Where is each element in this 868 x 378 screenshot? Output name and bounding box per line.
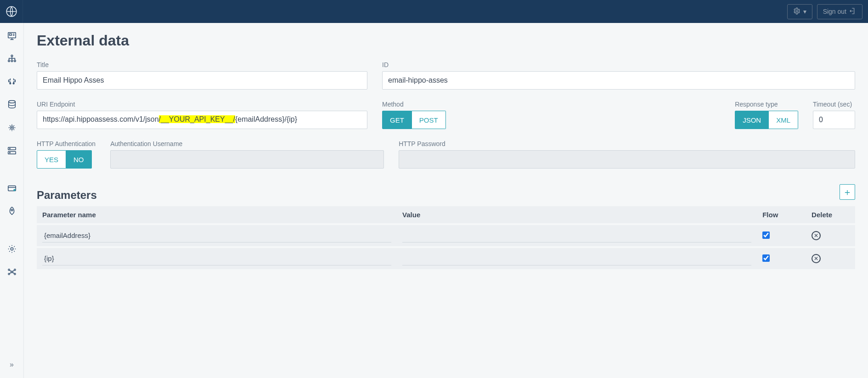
svg-point-21 (11, 271, 13, 273)
auth-user-input (110, 150, 384, 169)
title-label: Title (37, 61, 367, 68)
auth-no-button[interactable]: NO (66, 150, 92, 169)
params-table: Parameter name Value Flow Delete ✕ (37, 206, 855, 269)
svg-point-12 (11, 127, 12, 128)
delete-icon[interactable]: ✕ (812, 231, 821, 240)
sidebar-item-flows[interactable] (5, 51, 19, 66)
resp-xml-button[interactable]: XML (769, 111, 798, 129)
sidebar-item-integrations[interactable] (5, 74, 19, 89)
svg-point-6 (11, 60, 13, 62)
main-layout: » External data Title ID URI Endpoint ht… (0, 23, 868, 378)
col-name: Parameter name (37, 206, 397, 224)
plus-icon: ＋ (843, 186, 852, 198)
sidebar: » (0, 23, 24, 378)
uri-label: URI Endpoint (37, 101, 367, 108)
auth-label: HTTP Authentication (37, 140, 96, 147)
svg-rect-3 (9, 34, 11, 35)
param-value-input[interactable] (402, 252, 751, 265)
param-flow-checkbox[interactable] (762, 231, 770, 239)
svg-point-9 (13, 83, 14, 84)
row-endpoint: URI Endpoint https://api.hippoassess.com… (37, 101, 855, 129)
topbar-right: ▾ Sign out (787, 4, 862, 19)
topbar-left (6, 0, 23, 23)
pass-label: HTTP Password (399, 140, 855, 147)
chevron-down-icon: ▾ (803, 8, 806, 15)
resp-toggle: JSON XML (735, 111, 798, 129)
sidebar-item-database[interactable] (5, 97, 19, 112)
group-pass: HTTP Password (399, 140, 855, 169)
group-auth: HTTP Authentication YES NO (37, 140, 96, 169)
uri-suffix: {emailAddress}/{ip} (235, 115, 297, 123)
group-title: Title (37, 61, 367, 90)
method-post-button[interactable]: POST (412, 111, 446, 129)
row-auth: HTTP Authentication YES NO Authenticatio… (37, 140, 855, 169)
sidebar-item-settings[interactable] (5, 242, 19, 256)
resp-json-button[interactable]: JSON (735, 111, 769, 129)
method-get-button[interactable]: GET (382, 111, 412, 129)
content: External data Title ID URI Endpoint http… (24, 23, 868, 378)
table-row: ✕ (37, 247, 855, 269)
param-value-input[interactable] (402, 229, 751, 243)
svg-point-18 (13, 189, 16, 191)
pass-input (399, 150, 855, 169)
id-label: ID (382, 61, 855, 68)
col-delete: Delete (806, 206, 855, 224)
add-parameter-button[interactable]: ＋ (840, 184, 855, 200)
signout-button[interactable]: Sign out (817, 4, 862, 19)
svg-point-7 (14, 60, 16, 62)
svg-point-20 (11, 248, 13, 250)
sidebar-item-billing[interactable] (5, 181, 19, 196)
uri-input[interactable]: https://api.hippoassess.com/v1/json/__YO… (37, 111, 367, 129)
sidebar-item-dashboard[interactable] (5, 28, 19, 43)
svg-point-19 (11, 209, 13, 211)
auth-user-label: Authentication Username (110, 140, 384, 147)
uri-prefix: https://api.hippoassess.com/v1/json (43, 115, 159, 123)
settings-button[interactable]: ▾ (787, 4, 812, 19)
col-flow: Flow (757, 206, 806, 224)
group-timeout: Timeout (sec) (813, 101, 855, 129)
svg-point-1 (796, 10, 798, 12)
auth-yes-button[interactable]: YES (37, 150, 66, 169)
table-row: ✕ (37, 224, 855, 247)
group-uri: URI Endpoint https://api.hippoassess.com… (37, 101, 367, 129)
row-title-id: Title ID (37, 61, 855, 90)
group-resp: Response type JSON XML (735, 101, 798, 129)
sidebar-item-servers[interactable] (5, 143, 19, 158)
param-name-input[interactable] (42, 252, 391, 265)
sidebar-item-network[interactable] (5, 265, 19, 279)
svg-point-16 (9, 152, 10, 153)
timeout-label: Timeout (sec) (813, 101, 855, 108)
svg-point-15 (9, 148, 10, 149)
topbar: ▾ Sign out (0, 0, 868, 23)
sidebar-item-ai[interactable] (5, 120, 19, 135)
signout-label: Sign out (823, 8, 846, 15)
params-header-row: Parameter name Value Flow Delete (37, 206, 855, 224)
sidebar-item-launch[interactable] (5, 204, 19, 219)
params-title: Parameters (37, 189, 97, 202)
svg-point-8 (9, 83, 11, 84)
col-value: Value (397, 206, 757, 224)
delete-icon[interactable]: ✕ (812, 254, 821, 263)
params-header: Parameters ＋ (37, 180, 855, 204)
svg-point-4 (11, 55, 13, 57)
group-auth-user: Authentication Username (110, 140, 384, 169)
param-name-input[interactable] (42, 229, 391, 243)
method-toggle: GET POST (382, 111, 446, 129)
id-input[interactable] (382, 71, 855, 90)
logo-box (0, 0, 23, 23)
title-input[interactable] (37, 71, 367, 90)
group-id: ID (382, 61, 855, 90)
svg-point-5 (8, 60, 10, 62)
signout-icon (849, 7, 857, 16)
page-title: External data (37, 32, 855, 49)
app-logo-icon (5, 5, 18, 18)
gear-icon (793, 7, 800, 16)
sidebar-expand-toggle[interactable]: » (10, 361, 14, 369)
resp-label: Response type (735, 101, 798, 108)
svg-point-10 (8, 101, 15, 103)
auth-toggle: YES NO (37, 150, 96, 169)
method-label: Method (382, 101, 446, 108)
uri-highlight: /__YOUR_API_KEY__/ (159, 115, 235, 123)
param-flow-checkbox[interactable] (762, 254, 770, 262)
timeout-input[interactable] (813, 111, 855, 129)
